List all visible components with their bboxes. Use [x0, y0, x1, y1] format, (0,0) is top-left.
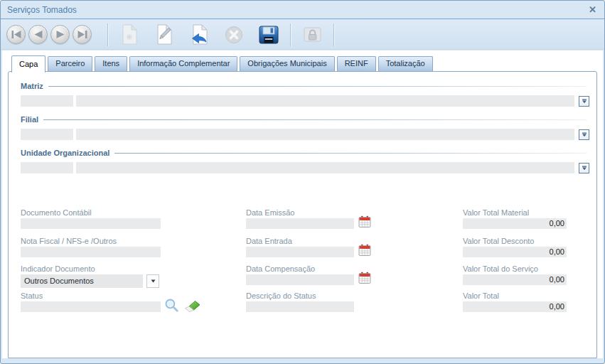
section-rule: [43, 119, 587, 120]
nota-fiscal-input[interactable]: [21, 247, 161, 257]
tab-reinf[interactable]: REINF: [337, 56, 376, 71]
filial-description-input[interactable]: [76, 129, 574, 140]
data-compensacao-input[interactable]: [246, 274, 354, 285]
undo-button[interactable]: [188, 23, 210, 46]
last-record-button[interactable]: [73, 25, 92, 44]
tab-capa[interactable]: Capa: [11, 55, 45, 73]
descricao-status-input[interactable]: [246, 301, 354, 312]
previous-record-icon: [34, 31, 43, 38]
edit-document-button[interactable]: [153, 23, 176, 46]
valor-total-material-group: Valor Total Material 0,00: [463, 208, 567, 229]
unidade-code-input[interactable]: [21, 162, 73, 173]
tab-informacao-complementar[interactable]: Informação Complementar: [129, 56, 237, 71]
section-rule: [114, 153, 587, 154]
indicador-documento-select[interactable]: Outros Documentos: [21, 274, 143, 288]
chevron-down-icon: [582, 132, 587, 137]
documento-contabil-group: Documento Contábil: [21, 208, 161, 229]
tab-parceiro[interactable]: Parceiro: [48, 56, 92, 71]
next-record-button[interactable]: [50, 25, 70, 44]
section-filial: Filial: [21, 114, 587, 124]
tab-itens[interactable]: Itens: [95, 56, 127, 71]
valor-total-desconto-group: Valor Total Desconto 0,00: [463, 237, 567, 257]
data-entrada-label: Data Entrada: [246, 237, 354, 246]
status-label: Status: [21, 291, 161, 301]
valor-total-group: Valor Total 0,00: [463, 291, 567, 312]
next-record-icon: [56, 31, 65, 38]
data-emissao-group: Data Emissão: [246, 208, 354, 229]
tab-panel-capa: Matriz Filial: [8, 71, 597, 358]
descricao-status-label: Descrição do Status: [246, 291, 354, 301]
undo-icon: [190, 24, 209, 45]
unidade-organizacional-row: [21, 162, 589, 173]
valor-total-servico-value[interactable]: 0,00: [463, 274, 567, 285]
tab-obrigacoes-municipais[interactable]: Obrigações Municipais: [240, 56, 334, 71]
valor-total-value[interactable]: 0,00: [463, 301, 567, 312]
servicos-tomados-window: Serviços Tomados ✕: [0, 0, 605, 364]
filial-label: Filial: [21, 115, 38, 124]
record-navigation: [6, 25, 92, 44]
filial-dropdown-button[interactable]: [579, 129, 589, 140]
save-button[interactable]: [257, 23, 280, 46]
edit-document-icon: [155, 24, 173, 45]
calendar-icon[interactable]: [358, 272, 371, 284]
cancel-icon: [224, 25, 244, 45]
descricao-status-group: Descrição do Status: [246, 291, 354, 312]
section-matriz: Matriz: [21, 81, 587, 91]
filial-code-input[interactable]: [21, 129, 73, 140]
nota-fiscal-label: Nota Fiscal / NFS-e /Outros: [21, 237, 161, 246]
documento-contabil-input[interactable]: [21, 218, 161, 229]
unidade-dropdown-button[interactable]: [579, 163, 589, 173]
unidade-organizacional-label: Unidade Organizacional: [21, 149, 109, 157]
valor-total-material-value[interactable]: 0,00: [463, 218, 567, 229]
previous-record-button[interactable]: [28, 25, 48, 44]
data-compensacao-label: Data Compensação: [246, 264, 354, 274]
indicador-documento-dropdown-button[interactable]: [146, 274, 159, 288]
toolbar: [1, 20, 604, 50]
last-record-icon: [77, 31, 87, 38]
valor-total-material-label: Valor Total Material: [463, 208, 567, 218]
save-icon: [258, 25, 279, 45]
matriz-code-input[interactable]: [21, 95, 73, 107]
chevron-down-icon: [582, 99, 587, 104]
search-icon[interactable]: [164, 298, 179, 313]
calendar-icon[interactable]: [358, 215, 371, 228]
eraser-icon[interactable]: [183, 299, 200, 313]
toolbar-separator: [290, 23, 291, 46]
chevron-down-icon: [151, 279, 156, 283]
matriz-description-input[interactable]: [76, 95, 574, 107]
unidade-description-input[interactable]: [76, 162, 574, 173]
status-group: Status: [21, 291, 161, 312]
data-compensacao-group: Data Compensação: [246, 264, 354, 285]
data-emissao-label: Data Emissão: [246, 208, 354, 218]
close-icon[interactable]: ✕: [589, 5, 596, 14]
titlebar: Serviços Tomados ✕: [1, 1, 604, 19]
valor-total-desconto-label: Valor Total Desconto: [463, 237, 567, 246]
first-record-button[interactable]: [6, 25, 26, 44]
tab-totalizacao[interactable]: Totalização: [378, 56, 433, 71]
matriz-dropdown-button[interactable]: [579, 96, 589, 107]
matriz-row: [21, 95, 589, 107]
cancel-button[interactable]: [223, 23, 245, 46]
valor-total-servico-group: Valor Total do Serviço 0,00: [463, 264, 567, 285]
window-title: Serviços Tomados: [7, 5, 77, 15]
data-entrada-input[interactable]: [246, 247, 354, 257]
matriz-label: Matriz: [21, 82, 43, 90]
section-unidade-organizacional: Unidade Organizacional: [21, 148, 587, 158]
nota-fiscal-group: Nota Fiscal / NFS-e /Outros: [21, 237, 161, 257]
indicador-documento-label: Indicador Documento: [21, 264, 161, 274]
documento-contabil-label: Documento Contábil: [21, 208, 161, 218]
data-entrada-group: Data Entrada: [246, 237, 354, 257]
content-area: Capa Parceiro Itens Informação Complemen…: [2, 50, 603, 358]
status-input[interactable]: [21, 301, 161, 312]
lock-icon: [303, 25, 322, 44]
document-actions: [118, 23, 280, 46]
indicador-documento-group: Indicador Documento Outros Documentos: [21, 264, 161, 288]
permissions-lock-button[interactable]: [301, 23, 323, 46]
data-emissao-input[interactable]: [246, 218, 354, 229]
new-document-button[interactable]: [118, 23, 141, 46]
new-document-icon: [120, 24, 139, 45]
valor-total-label: Valor Total: [463, 291, 567, 301]
calendar-icon[interactable]: [358, 244, 371, 257]
chevron-down-icon: [582, 166, 587, 171]
valor-total-desconto-value[interactable]: 0,00: [463, 247, 567, 257]
